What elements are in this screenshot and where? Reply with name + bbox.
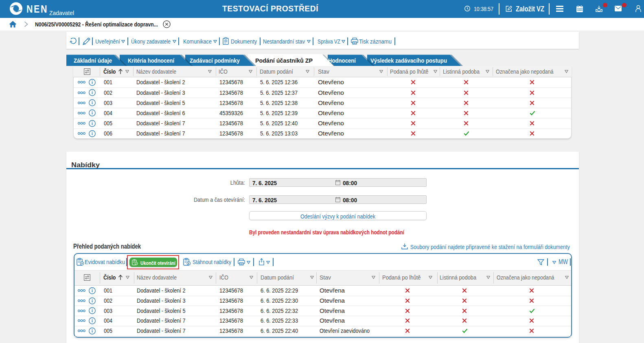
svg-text:Podání účastníků ZP: Podání účastníků ZP (255, 57, 313, 63)
svg-text:Hodnocení: Hodnocení (328, 57, 356, 63)
svg-text:Základní údaje: Základní údaje (74, 57, 112, 63)
svg-text:Výsledek zadávacího postupu: Výsledek zadávacího postupu (370, 57, 447, 63)
svg-text:Kritéria hodnocení: Kritéria hodnocení (128, 57, 175, 63)
svg-text:Zadávací podmínky: Zadávací podmínky (190, 57, 240, 63)
